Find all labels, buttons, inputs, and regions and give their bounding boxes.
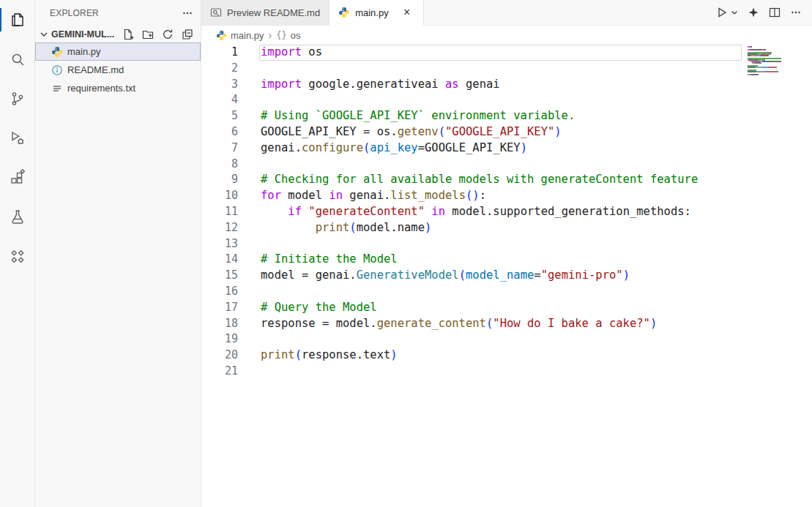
tab-main-py[interactable]: main.py× (329, 0, 424, 25)
code-line[interactable]: 16 (201, 284, 742, 300)
code-line[interactable]: 2 (201, 61, 742, 77)
activity-item-run-debug[interactable] (0, 119, 34, 158)
line-number: 18 (201, 316, 238, 332)
new-folder-button[interactable] (141, 27, 155, 42)
sparkle-button[interactable] (746, 5, 761, 20)
chevron-down-small-button[interactable] (729, 5, 740, 20)
python-icon (216, 30, 227, 41)
sidebar-item-readme-md[interactable]: README.md (35, 61, 201, 79)
breadcrumb-symbol[interactable]: os (291, 30, 301, 41)
editor-actions (706, 0, 812, 25)
code-line[interactable]: 14# Initiate the Model (201, 252, 742, 268)
source-control-icon (9, 90, 26, 108)
line-number: 16 (201, 284, 238, 300)
code-line[interactable]: 5# Using `GOOGLE_API_KEY` environment va… (201, 108, 742, 124)
more-button[interactable] (789, 5, 803, 20)
code-line[interactable]: 6GOOGLE_API_KEY = os.getenv("GOOGLE_API_… (201, 124, 742, 140)
code-token: ) (425, 221, 431, 234)
code-line[interactable]: 11 if "generateContent" in model.support… (201, 204, 742, 220)
activity-item-extensions[interactable] (0, 158, 34, 198)
tab-strip: Preview README.mdmain.py× (201, 0, 424, 25)
code-line-content (259, 157, 742, 173)
collapse-all-button[interactable] (180, 27, 195, 42)
chevron-down-small-icon (730, 8, 739, 17)
minimap-seg (762, 61, 781, 62)
code-line[interactable]: 7genai.configure(api_key=GOOGLE_API_KEY) (201, 140, 742, 157)
code-token: model.supported_generation_methods: (445, 205, 691, 218)
code-line-content (259, 284, 742, 300)
code-token: model_name (466, 268, 534, 282)
blocks-icon (9, 248, 26, 266)
breadcrumb-file[interactable]: main.py (231, 30, 264, 41)
symbol-braces-icon: {} (276, 30, 286, 40)
tab-label: main.py (355, 7, 389, 18)
code-line[interactable]: 10for model in genai.list_models(): (201, 188, 742, 204)
sidebar-item-requirements-txt[interactable]: requirements.txt (35, 79, 201, 97)
minimap-seg (768, 55, 769, 56)
new-file-button[interactable] (121, 27, 135, 42)
activity-item-testing[interactable] (0, 198, 34, 237)
activity-item-source-control[interactable] (0, 79, 34, 119)
code-line-content: # Initiate the Model (259, 252, 742, 268)
code-line[interactable]: 9# Checking for all available models wit… (201, 172, 742, 188)
code-line[interactable]: 13 (201, 236, 742, 252)
code-line-content (259, 236, 742, 252)
activity-item-code-assist[interactable] (0, 237, 34, 277)
sidebar-item-main-py[interactable]: main.py (35, 42, 201, 61)
activity-bar (0, 0, 35, 507)
minimap[interactable] (748, 46, 811, 77)
code-line[interactable]: 17# Query the Model (201, 300, 742, 316)
code-line[interactable]: 21 (201, 364, 742, 380)
folder-header[interactable]: GEMINI-MUL... (35, 26, 201, 42)
code-line-content: print(model.name) (259, 220, 742, 236)
minimap-seg (760, 55, 768, 56)
split-editor-button[interactable] (767, 5, 782, 20)
code-line[interactable]: 19 (201, 331, 742, 348)
line-number: 13 (201, 236, 238, 252)
code-line-content: response = model.generate_content("How d… (259, 316, 742, 332)
code-line[interactable]: 15model = genai.GenerativeModel(model_na… (201, 268, 742, 284)
more-icon (790, 7, 802, 18)
minimap-seg (764, 67, 769, 68)
code-token: ( (486, 317, 493, 330)
code-line[interactable]: 3import google.generativeai as genai (201, 77, 742, 93)
code-line-content: import os (259, 45, 742, 61)
tab-bar: Preview README.mdmain.py× (201, 0, 812, 26)
file-name: README.md (67, 64, 124, 75)
code-token: genai. (343, 189, 390, 202)
chevron-down-icon (38, 29, 50, 40)
explorer-more-button[interactable] (180, 6, 195, 20)
code-area: 1import os23import google.generativeai a… (201, 45, 812, 380)
code-token: print (261, 348, 295, 361)
tab-preview-readme-md[interactable]: Preview README.md (201, 0, 329, 25)
code-token: "How do I bake a cake?" (493, 317, 650, 330)
code-token: # Query the Model (261, 301, 377, 314)
minimap-seg (761, 62, 761, 64)
code-token: ( (459, 268, 466, 282)
code-line[interactable]: 4 (201, 92, 742, 108)
minimap-seg (756, 71, 765, 72)
code-line-content: model = genai.GenerativeModel(model_name… (259, 268, 742, 284)
code-token: list_models (390, 189, 466, 202)
minimap-seg (755, 62, 760, 64)
line-number: 1 (201, 45, 238, 61)
refresh-button[interactable] (160, 27, 175, 42)
code-line[interactable]: 12 print(model.name) (201, 220, 742, 236)
code-token: genai. (261, 141, 302, 154)
code-line[interactable]: 18response = model.generate_content("How… (201, 316, 742, 332)
line-number: 14 (201, 252, 238, 268)
play-button[interactable] (715, 5, 729, 20)
code-line[interactable]: 1import os (201, 45, 742, 61)
code-line-content: print(response.text) (259, 348, 742, 364)
editor[interactable]: 1import os23import google.generativeai a… (201, 45, 812, 507)
code-line-content: genai.configure(api_key=GOOGLE_API_KEY) (259, 140, 742, 157)
close-icon[interactable]: × (400, 5, 414, 20)
minimap-seg (751, 74, 758, 75)
code-line[interactable]: 20print(response.text) (201, 348, 742, 364)
code-token: model (281, 189, 329, 202)
activity-item-search[interactable] (0, 40, 34, 79)
code-token: model = genai. (261, 268, 357, 282)
minimap-line (748, 75, 811, 77)
code-line[interactable]: 8 (201, 157, 742, 173)
activity-item-explorer[interactable] (0, 0, 34, 40)
